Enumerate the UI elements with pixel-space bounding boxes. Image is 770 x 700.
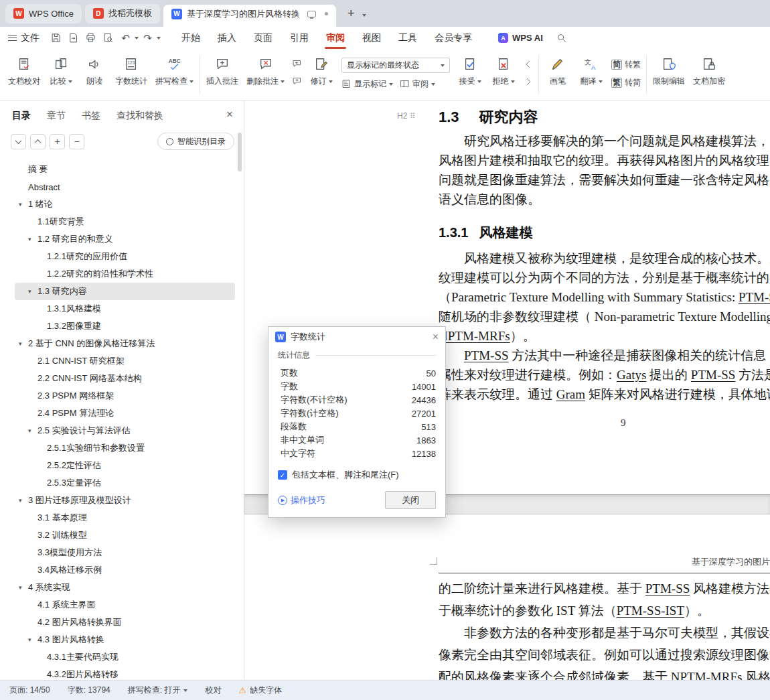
toc-item[interactable]: 3.1 基本原理	[0, 509, 244, 527]
word-count-indicator[interactable]: 字数: 13794	[68, 685, 110, 696]
expand-all-button[interactable]	[30, 134, 46, 149]
toc-item[interactable]: ▾2.5 实验设计与算法评估	[0, 422, 244, 439]
toc-item[interactable]: 1.3.2图像重建	[0, 318, 244, 335]
toc-item[interactable]: 摘 要	[0, 161, 244, 178]
collapse-triangle-icon[interactable]: ▾	[19, 497, 28, 504]
toc-item[interactable]: ▾4.3 图片风格转换	[0, 631, 244, 648]
toc-item[interactable]: 2.1 CNN-IST 研究框架	[0, 352, 244, 370]
tab-reference[interactable]: 引用	[281, 27, 317, 49]
previous-change-button[interactable]	[522, 58, 535, 70]
ink-brush-button[interactable]: 画笔	[541, 52, 574, 87]
next-change-button[interactable]	[522, 76, 535, 87]
toc-item[interactable]: 4.1 系统主界面	[0, 596, 244, 614]
toc-item[interactable]: 2.5.3定量评估	[0, 474, 244, 492]
toc-item[interactable]: 3.4风格迁移示例	[0, 561, 244, 579]
word-count-button[interactable]: 123 字数统计	[111, 52, 151, 87]
toc-item[interactable]: 2.2 CNN-IST 网络基本结构	[0, 370, 244, 387]
to-traditional-button[interactable]: 简 转繁	[611, 59, 641, 70]
collapse-level-button[interactable]: −	[69, 134, 84, 149]
toc-item[interactable]: 1.2.2研究的前沿性和学术性	[0, 265, 244, 283]
tab-docer-templates[interactable]: D 找稻壳模板	[85, 4, 160, 23]
heading-level-indicator[interactable]: H2 ⠿	[397, 111, 414, 121]
file-menu-button[interactable]: 文件	[8, 32, 40, 44]
page-indicator[interactable]: 页面: 14/50	[9, 685, 50, 696]
search-icon[interactable]	[554, 30, 570, 46]
collapse-triangle-icon[interactable]: ▾	[19, 584, 28, 591]
track-changes-button[interactable]: 修订	[305, 52, 338, 87]
toc-item[interactable]: ▾1 绪论	[0, 196, 244, 213]
tab-list-dropdown-icon[interactable]	[362, 7, 366, 19]
panel-tab-contents[interactable]: 目录	[12, 110, 31, 122]
save-icon[interactable]	[48, 30, 64, 46]
toc-item[interactable]: 4.3.1主要代码实现	[0, 648, 244, 666]
toc-item[interactable]: 4.3.2图片风格转移	[0, 666, 244, 680]
document-encrypt-button[interactable]: 文档加密	[689, 52, 729, 87]
reject-change-button[interactable]: 拒绝	[487, 52, 520, 87]
collapse-triangle-icon[interactable]: ▾	[19, 201, 28, 208]
toc-item[interactable]: 1.3.1风格建模	[0, 300, 244, 318]
translate-button[interactable]: 文A 翻译	[574, 52, 608, 87]
smart-toc-button[interactable]: 智能识别目录	[157, 133, 234, 150]
tab-home[interactable]: 开始	[173, 27, 209, 49]
missing-font-warning[interactable]: ⚠ 缺失字体	[238, 685, 282, 696]
undo-dropdown-icon[interactable]	[135, 37, 139, 40]
toc-item[interactable]: 3.3模型使用方法	[0, 544, 244, 561]
tab-view[interactable]: 视图	[354, 27, 390, 49]
toc-item[interactable]: 3.2 训练模型	[0, 527, 244, 544]
restrict-editing-button[interactable]: 限制编辑	[649, 52, 689, 87]
collapse-triangle-icon[interactable]: ▾	[28, 636, 37, 643]
export-pdf-icon[interactable]	[65, 30, 82, 46]
toc-item[interactable]: Abstract	[0, 178, 244, 196]
panel-tab-chapters[interactable]: 章节	[47, 110, 66, 122]
insert-comment-button[interactable]: 插入批注	[202, 52, 242, 87]
review-pane-button[interactable]: 审阅	[400, 78, 435, 90]
tab-insert[interactable]: 插入	[209, 27, 245, 49]
print-preview-icon[interactable]	[100, 30, 117, 46]
previous-comment-button[interactable]	[290, 58, 303, 70]
drag-handle-icon[interactable]: ⠿	[410, 112, 414, 121]
collapse-triangle-icon[interactable]: ▾	[28, 236, 37, 242]
toc-item[interactable]: ▾1.2 研究目的和意义	[0, 230, 244, 248]
new-tab-button[interactable]: +	[345, 7, 358, 21]
document-page-2[interactable]: 基于深度学习的图片风格转换 的二阶统计量来进行风格建模。基于 PTM-SS 风格…	[244, 514, 770, 680]
undo-icon[interactable]: ↶	[117, 30, 134, 46]
accept-change-button[interactable]: 接受	[453, 52, 487, 87]
expand-level-button[interactable]: +	[50, 134, 65, 149]
proofread-button[interactable]: 校对	[205, 685, 221, 696]
spell-check-button[interactable]: ABC 拼写检查	[151, 52, 198, 87]
toc-item[interactable]: ▾4 系统实现	[0, 579, 244, 596]
tab-member[interactable]: 会员专享	[426, 27, 481, 49]
tab-review[interactable]: 审阅	[317, 27, 354, 49]
collapse-triangle-icon[interactable]: ▾	[19, 340, 28, 347]
toc-item[interactable]: ▾3 图片迁移原理及模型设计	[0, 492, 244, 509]
redo-icon[interactable]: ↷	[139, 30, 156, 46]
spell-check-status[interactable]: 拼写检查: 打开	[128, 685, 188, 696]
tab-tools[interactable]: 工具	[390, 27, 426, 49]
read-aloud-button[interactable]: 朗读	[78, 52, 111, 87]
redo-dropdown-icon[interactable]	[157, 37, 161, 40]
tab-page[interactable]: 页面	[245, 27, 281, 49]
toc-item[interactable]: ▾1.3 研究内容	[15, 283, 235, 300]
toc-item[interactable]: 2.5.1实验细节和参数设置	[0, 439, 244, 457]
toc-item[interactable]: 2.5.2定性评估	[0, 457, 244, 474]
toc-item[interactable]: 1.2.1研究的应用价值	[0, 248, 244, 265]
toc-item[interactable]: 2.4 PSPM 算法理论	[0, 405, 244, 422]
close-button[interactable]: 关闭	[385, 491, 436, 509]
toc-item[interactable]: 4.2 图片风格转换界面	[0, 614, 244, 631]
collapse-all-button[interactable]	[11, 134, 26, 149]
next-comment-button[interactable]	[290, 76, 303, 87]
sidebar-scrollbar[interactable]	[238, 133, 242, 171]
panel-tab-find-replace[interactable]: 查找和替换	[117, 110, 163, 122]
dialog-title-bar[interactable]: W 字数统计 ×	[268, 327, 445, 347]
toc-item[interactable]: 2.3 PSPM 网络框架	[0, 387, 244, 405]
compare-button[interactable]: 比较	[44, 52, 78, 87]
wps-ai-button[interactable]: A WPS AI	[498, 33, 543, 43]
print-icon[interactable]	[82, 30, 99, 46]
to-simplified-button[interactable]: 繁 转简	[611, 77, 641, 88]
panel-tab-bookmarks[interactable]: 书签	[82, 110, 100, 122]
show-markup-button[interactable]: 显示标记	[341, 78, 393, 90]
toc-item[interactable]: 1.1研究背景	[0, 213, 244, 230]
tips-link[interactable]: ▶ 操作技巧	[278, 494, 325, 506]
include-footnotes-checkbox[interactable]: ✓ 包括文本框、脚注和尾注(F)	[278, 469, 436, 481]
delete-comment-button[interactable]: 删除批注	[242, 52, 289, 87]
